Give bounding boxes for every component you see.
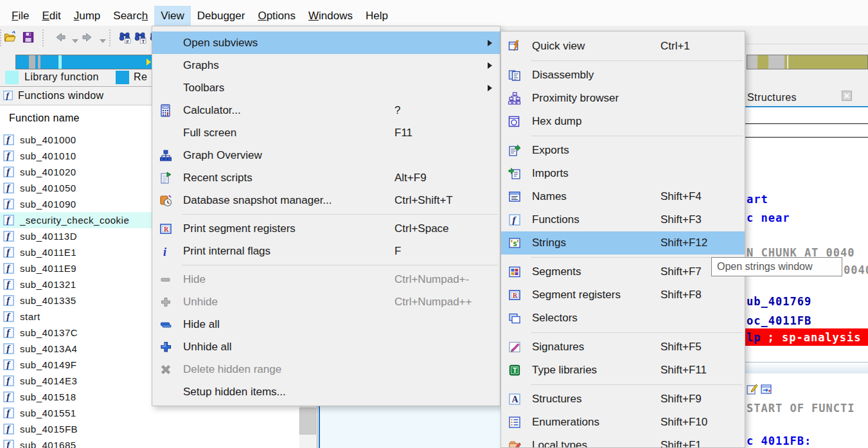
- menu-item-setup-hidden-items[interactable]: Setup hidden items...: [152, 381, 500, 403]
- edit-struct-icon[interactable]: [747, 384, 757, 395]
- scrollbar-thumb[interactable]: [299, 408, 316, 435]
- menu-item-label: Print segment registers: [183, 222, 296, 235]
- hide-icon: [157, 273, 174, 287]
- sp-analysis-failed-line: lp ; sp-analysis: [745, 328, 868, 346]
- calculator-icon: [157, 103, 174, 118]
- function-row-sub-4015fb[interactable]: fsub_4015FB: [0, 421, 299, 437]
- menubar-item-edit[interactable]: Edit: [35, 6, 67, 26]
- forward-arrow-icon[interactable]: [81, 31, 94, 44]
- menu-item-hide[interactable]: HideCtrl+Numpad+-: [152, 268, 500, 291]
- toolbar-drag-handle[interactable]: [42, 30, 44, 46]
- menu-item-label: Segment registers: [532, 289, 621, 301]
- tab-structures[interactable]: Structures: [747, 92, 797, 103]
- menu-item-signatures[interactable]: SignaturesShift+F5: [501, 336, 745, 359]
- disassembly-view[interactable]: artc nearN CHUNK AT 00400040ub_401769oc_…: [745, 107, 868, 448]
- function-icon: f: [3, 407, 15, 419]
- svg-text:T: T: [513, 366, 517, 374]
- view-menu-popup: Open subviewsGraphsToolbarsCalculator...…: [152, 26, 500, 406]
- menu-item-unhide[interactable]: UnhideCtrl+Numpad++: [152, 291, 500, 313]
- proximity-browser-icon: [506, 91, 523, 105]
- menu-item-quick-view[interactable]: Quick viewCtrl+1: [501, 35, 745, 58]
- menu-item-hex-dump[interactable]: Hex dump: [501, 110, 745, 133]
- menu-item-recent-scripts[interactable]: Recent scriptsAlt+F9: [152, 166, 500, 189]
- menu-item-hide-all[interactable]: Hide all: [152, 313, 500, 336]
- save-icon[interactable]: [22, 31, 35, 44]
- search-binoculars-hex-icon[interactable]: #: [118, 31, 131, 44]
- menu-item-exports[interactable]: Exports: [501, 139, 745, 162]
- menu-item-selectors[interactable]: Selectors: [501, 307, 745, 330]
- menu-item-database-snapshot-manager[interactable]: Database snapshot manager...Ctrl+Shift+T: [152, 189, 500, 211]
- menubar-item-search[interactable]: Search: [107, 6, 154, 26]
- menu-item-open-subviews[interactable]: Open subviews: [152, 31, 500, 54]
- submenu-arrow-icon: [488, 40, 492, 46]
- menu-item-shortcut: F: [394, 245, 401, 258]
- menu-item-type-libraries[interactable]: TType librariesShift+F11: [501, 359, 745, 382]
- svg-text:#: #: [126, 39, 129, 44]
- menu-item-calculator[interactable]: Calculator...?: [152, 99, 500, 121]
- navigator-band-right[interactable]: [747, 55, 868, 69]
- menu-item-strings[interactable]: sStringsShift+F12: [501, 231, 745, 255]
- menu-item-full-screen[interactable]: Full screenF11: [152, 121, 500, 144]
- menu-item-toolbars[interactable]: Toolbars: [152, 76, 500, 99]
- menu-item-local-types[interactable]: Local typesShift+F1: [501, 434, 745, 448]
- menu-item-print-internal-flags[interactable]: iPrint internal flagsF: [152, 240, 500, 262]
- menu-item-unhide-all[interactable]: Unhide all: [152, 336, 500, 358]
- menu-item-shortcut: Shift+F4: [660, 190, 702, 203]
- forward-dropdown-icon[interactable]: [96, 34, 109, 47]
- menu-item-print-segment-registers[interactable]: RPrint segment registersCtrl+Space: [152, 217, 500, 240]
- close-icon[interactable]: [842, 91, 852, 101]
- segment-registers-icon: R: [506, 288, 523, 302]
- menubar-item-options[interactable]: Options: [251, 6, 302, 26]
- menubar-item-file[interactable]: File: [5, 6, 35, 26]
- function-name-column-header[interactable]: Function name: [9, 112, 80, 124]
- menu-item-shortcut: Shift+F10: [660, 416, 707, 429]
- toolbar-drag-handle[interactable]: [0, 30, 2, 46]
- menu-item-functions[interactable]: fFunctionsShift+F3: [501, 208, 745, 231]
- menu-item-label: Disassembly: [532, 69, 594, 82]
- open-file-icon[interactable]: [4, 31, 17, 44]
- toolbar-drag-handle[interactable]: [109, 30, 111, 46]
- svg-text:T: T: [142, 39, 145, 44]
- function-row-sub-401551[interactable]: fsub_401551: [0, 405, 299, 421]
- menubar: FileEditJumpSearchViewDebuggerOptionsWin…: [0, 0, 868, 26]
- menu-item-imports[interactable]: Imports: [501, 162, 745, 185]
- disasm-line: 0040: [844, 264, 868, 276]
- back-arrow-icon[interactable]: [54, 31, 67, 44]
- menu-item-segment-registers[interactable]: RSegment registersShift+F8: [501, 283, 745, 307]
- navband-segment: [29, 55, 35, 69]
- menu-item-label: Signatures: [532, 341, 584, 354]
- menu-item-graphs[interactable]: Graphs: [152, 54, 500, 76]
- menu-item-label: Toolbars: [183, 82, 224, 94]
- function-name: sub_401010: [20, 150, 76, 161]
- menu-item-delete-hidden-range[interactable]: Delete hidden range: [152, 358, 500, 381]
- menu-item-segments[interactable]: SegmentsShift+F7: [501, 260, 745, 283]
- toolbar-divider: [745, 44, 868, 44]
- menu-item-names[interactable]: NamesShift+F4: [501, 185, 745, 208]
- red-line-left: lp: [747, 331, 761, 344]
- segment-registers-icon: R: [157, 222, 174, 236]
- window-nav-icon[interactable]: [761, 384, 772, 395]
- navband-segment: [747, 55, 757, 69]
- menu-item-proximity-browser[interactable]: Proximity browser: [501, 87, 745, 110]
- menu-item-label: Graphs: [183, 59, 219, 72]
- back-dropdown-icon[interactable]: [69, 34, 82, 47]
- menubar-item-help[interactable]: Help: [359, 6, 394, 26]
- search-binoculars-text-icon[interactable]: T: [134, 31, 146, 44]
- navigator-band[interactable]: [15, 55, 153, 69]
- function-row-sub-401685[interactable]: fsub_401685: [0, 437, 299, 448]
- menubar-item-jump[interactable]: Jump: [67, 6, 107, 26]
- menu-item-enumerations[interactable]: EnumerationsShift+F10: [501, 411, 745, 434]
- disasm-line: c near: [747, 211, 790, 224]
- menu-item-label: Calculator...: [183, 104, 241, 117]
- menubar-item-windows[interactable]: Windows: [302, 6, 359, 26]
- open-subviews-submenu-popup: Quick viewCtrl+1DisassemblyProximity bro…: [500, 31, 745, 448]
- menu-item-label: Exports: [532, 144, 569, 157]
- menu-item-structures[interactable]: AStructuresShift+F9: [501, 388, 745, 411]
- window-splitter[interactable]: [745, 362, 868, 373]
- menu-item-graph-overview[interactable]: Graph Overview: [152, 144, 500, 166]
- function-name: sub_401000: [20, 134, 76, 145]
- menu-item-disassembly[interactable]: Disassembly: [501, 64, 745, 87]
- menubar-item-view[interactable]: View: [154, 6, 191, 26]
- menubar-item-debugger[interactable]: Debugger: [191, 6, 252, 26]
- local-types-icon: [506, 438, 523, 448]
